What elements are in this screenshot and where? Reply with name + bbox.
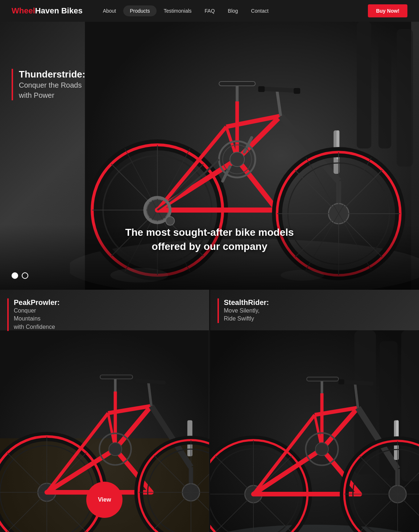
nav-links: About Products Testimonials FAQ Blog Con… <box>97 5 368 17</box>
hero-bottom-text: The most sought-after bike models offere… <box>101 225 318 254</box>
hero-section: Thunderstride: Conquer the Roads with Po… <box>0 22 419 290</box>
hero-carousel-dots <box>12 272 28 279</box>
buy-now-button[interactable]: Buy Now! <box>368 4 407 17</box>
nav-faq[interactable]: FAQ <box>199 5 221 17</box>
svg-rect-67 <box>100 375 132 379</box>
svg-point-38 <box>230 152 245 167</box>
hero-subtitle: Conquer the Roads with Power <box>19 80 85 100</box>
hero-title: Thunderstride: <box>19 69 85 80</box>
nav-contact[interactable]: Contact <box>245 5 274 17</box>
logo-part1: Wheel <box>12 6 35 15</box>
product-card-stealthrider: StealthRider: Move Silently, Ride Swiftl… <box>209 290 419 532</box>
hero-text-block: Thunderstride: Conquer the Roads with Po… <box>12 69 85 100</box>
svg-point-120 <box>315 443 328 456</box>
stealthrider-bike-image <box>210 330 419 532</box>
view-button-peakprowler[interactable]: View <box>86 482 123 518</box>
card-2-text: StealthRider: Move Silently, Ride Swiftl… <box>217 298 269 323</box>
card-2-title: StealthRider: <box>224 298 269 307</box>
svg-rect-37 <box>294 88 300 94</box>
svg-rect-36 <box>258 86 265 92</box>
product-card-peakprowler: PeakProwler: Conquer Mountains with Conf… <box>0 290 209 532</box>
svg-line-118 <box>343 382 372 384</box>
svg-rect-45 <box>357 22 372 148</box>
svg-line-80 <box>137 381 164 382</box>
svg-rect-19 <box>219 81 256 86</box>
card-1-title: PeakProwler: <box>14 298 60 307</box>
logo-part2: Haven Bikes <box>35 6 83 15</box>
dot-1[interactable] <box>12 272 18 279</box>
dot-2[interactable] <box>22 272 28 279</box>
card-2-subtitle: Move Silently, Ride Swiftly <box>224 307 269 323</box>
card-1-text: PeakProwler: Conquer Mountains with Conf… <box>7 298 60 331</box>
svg-line-35 <box>263 89 295 91</box>
logo[interactable]: WheelHaven Bikes <box>12 6 83 16</box>
nav-testimonials[interactable]: Testimonials <box>158 5 198 17</box>
svg-rect-46 <box>379 40 391 148</box>
nav-about[interactable]: About <box>97 5 122 17</box>
navbar: WheelHaven Bikes About Products Testimon… <box>0 0 419 22</box>
product-grid: PeakProwler: Conquer Mountains with Conf… <box>0 290 419 532</box>
svg-rect-119 <box>338 379 344 384</box>
svg-rect-104 <box>307 377 338 381</box>
svg-point-81 <box>109 443 122 456</box>
nav-blog[interactable]: Blog <box>222 5 244 17</box>
svg-rect-87 <box>401 330 419 481</box>
card-1-subtitle: Conquer Mountains with Confidence <box>14 307 60 331</box>
svg-rect-47 <box>397 29 413 167</box>
nav-products[interactable]: Products <box>123 5 156 16</box>
